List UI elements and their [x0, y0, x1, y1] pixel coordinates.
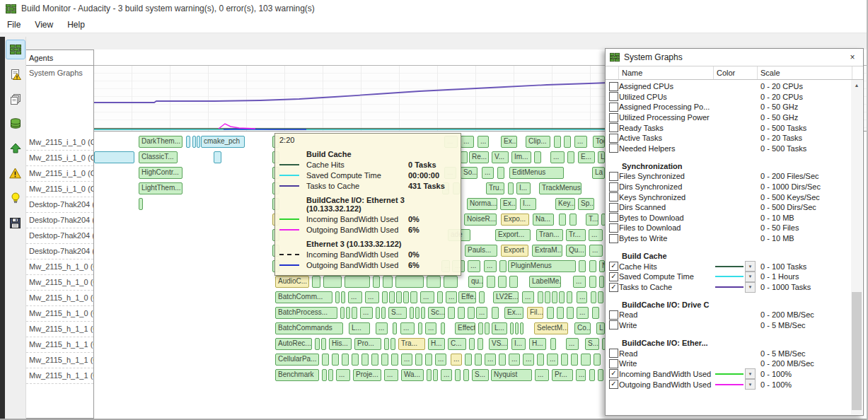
collapsed-dock-strip[interactable]: [0, 37, 5, 420]
task-bar[interactable]: [487, 276, 495, 288]
graph-series-row[interactable]: Keys Synchronized0 - 500 Keys/Sec: [606, 192, 851, 202]
task-bar[interactable]: Pr...: [552, 369, 573, 381]
task-bar[interactable]: [567, 291, 572, 303]
task-bar[interactable]: PluginMenus: [508, 260, 576, 272]
graph-series-row[interactable]: Ready Tasks0 - 500 Tasks: [606, 122, 851, 133]
checked-checkbox[interactable]: ✓: [609, 369, 618, 378]
task-bar[interactable]: [592, 307, 599, 319]
sidebar-warnings-button[interactable]: [6, 164, 25, 182]
graph-series-row[interactable]: ✓Tasks to Cache▼0 - 1000 Tasks: [606, 282, 851, 293]
agent-row[interactable]: Mw_2115_h_1_0 (C: [26, 275, 93, 291]
sidebar-build-monitor-button[interactable]: [6, 40, 25, 59]
checked-checkbox[interactable]: ✓: [609, 380, 618, 389]
agent-row[interactable]: Mw_2115_h_1_1 (C: [26, 368, 93, 384]
task-bar[interactable]: ...: [484, 260, 497, 272]
sidebar-save-button[interactable]: [6, 214, 25, 232]
task-bar[interactable]: Effect: [455, 322, 475, 334]
task-bar[interactable]: [599, 276, 604, 288]
task-bar[interactable]: [376, 307, 380, 319]
task-bar[interactable]: [381, 354, 388, 366]
task-bar[interactable]: ...: [577, 307, 589, 319]
task-bar[interactable]: ...: [566, 338, 579, 350]
task-bar[interactable]: Ex...: [504, 307, 523, 319]
task-bar[interactable]: His...: [329, 338, 352, 350]
task-bar[interactable]: Tru...: [486, 182, 504, 194]
task-bar[interactable]: ...: [535, 369, 549, 381]
task-bar[interactable]: [425, 354, 432, 366]
agent-row[interactable]: Mw_2115_h_1_0 (C: [26, 259, 93, 275]
task-bar[interactable]: [444, 276, 458, 288]
task-bar[interactable]: ...: [348, 291, 362, 303]
unchecked-checkbox[interactable]: [609, 192, 618, 202]
task-bar[interactable]: [415, 307, 419, 319]
task-bar[interactable]: Nyquist: [491, 369, 532, 381]
sidebar-database-button[interactable]: [6, 115, 25, 133]
task-bar[interactable]: [94, 151, 134, 163]
task-bar[interactable]: [591, 291, 596, 303]
unchecked-checkbox[interactable]: [609, 213, 618, 222]
task-bar[interactable]: ...: [485, 354, 496, 366]
task-bar[interactable]: Sc...: [428, 307, 445, 319]
task-bar[interactable]: ...: [574, 136, 587, 148]
graph-series-row[interactable]: Dirs Synchronized0 - 1000 Dirs/Sec: [606, 182, 851, 192]
menu-item-help[interactable]: Help: [60, 18, 92, 32]
task-bar[interactable]: [441, 322, 445, 334]
task-bar[interactable]: [410, 291, 417, 303]
task-bar[interactable]: S...: [585, 338, 599, 350]
unchecked-checkbox[interactable]: [609, 103, 618, 112]
task-bar[interactable]: [393, 322, 397, 334]
task-bar[interactable]: Qu...: [566, 245, 586, 257]
task-bar[interactable]: Key...: [555, 198, 575, 210]
task-bar[interactable]: Pauls...: [465, 245, 497, 257]
task-bar[interactable]: [395, 276, 424, 288]
task-bar[interactable]: [458, 307, 465, 319]
agent-row[interactable]: Mw_2115_i_1_0 (Co: [26, 166, 93, 182]
agent-row[interactable]: Mw_2115_i_1_0 (Co: [26, 135, 93, 151]
graph-series-row[interactable]: Read0 - 5 MB/Sec: [606, 348, 851, 358]
task-bar[interactable]: DarkThem...: [139, 136, 183, 148]
graph-series-row[interactable]: ✓Cache Hits▼0 - 100 Tasks: [606, 261, 851, 272]
agent-row[interactable]: Mw_2115_i_1_0 (Co: [26, 151, 93, 166]
task-bar[interactable]: [554, 136, 561, 148]
task-bar[interactable]: BatchProcess...: [275, 307, 337, 319]
task-bar[interactable]: [371, 354, 378, 366]
task-bar[interactable]: V...: [492, 151, 509, 163]
graph-series-row[interactable]: Files Synchronized0 - 200 Files/Sec: [606, 171, 851, 182]
task-bar[interactable]: [415, 354, 422, 366]
task-bar[interactable]: C...: [448, 338, 466, 350]
task-bar[interactable]: [455, 369, 461, 381]
task-bar[interactable]: [469, 338, 475, 350]
task-bar[interactable]: [509, 276, 518, 288]
task-bar[interactable]: L...: [492, 322, 507, 334]
task-bar[interactable]: Re...: [469, 151, 489, 163]
task-bar[interactable]: BatchComm...: [275, 291, 332, 303]
task-bar[interactable]: [598, 369, 603, 381]
task-bar[interactable]: ...: [589, 245, 603, 257]
task-bar[interactable]: Co...: [574, 322, 591, 334]
graph-series-row[interactable]: Utilized CPUs0 - 20 CPUs: [606, 92, 851, 103]
color-column-header[interactable]: Color: [713, 66, 757, 79]
task-bar[interactable]: [410, 307, 414, 319]
task-bar[interactable]: [475, 354, 482, 366]
task-bar[interactable]: [418, 322, 422, 334]
task-bar[interactable]: [461, 151, 468, 163]
task-bar[interactable]: [520, 322, 523, 334]
task-bar[interactable]: [321, 338, 326, 350]
task-bar[interactable]: [497, 167, 504, 179]
task-bar[interactable]: [537, 354, 544, 366]
task-bar[interactable]: ...: [446, 291, 457, 303]
task-bar[interactable]: ...: [441, 369, 452, 381]
task-bar[interactable]: [389, 291, 395, 303]
task-bar[interactable]: [561, 354, 568, 366]
task-bar[interactable]: L...: [349, 322, 370, 334]
task-bar[interactable]: [485, 322, 490, 334]
agent-row[interactable]: Mw_2115_h_1_0 (C: [26, 291, 93, 306]
task-bar[interactable]: Export...: [495, 229, 531, 241]
task-bar[interactable]: [534, 151, 541, 163]
task-bar[interactable]: ...: [400, 322, 415, 334]
task-bar[interactable]: ...: [522, 291, 534, 303]
agent-row[interactable]: Desktop-7hak204 (C: [26, 197, 93, 213]
task-bar[interactable]: cmake_pch: [201, 136, 245, 148]
task-bar[interactable]: [197, 136, 200, 148]
task-bar[interactable]: [323, 276, 342, 288]
